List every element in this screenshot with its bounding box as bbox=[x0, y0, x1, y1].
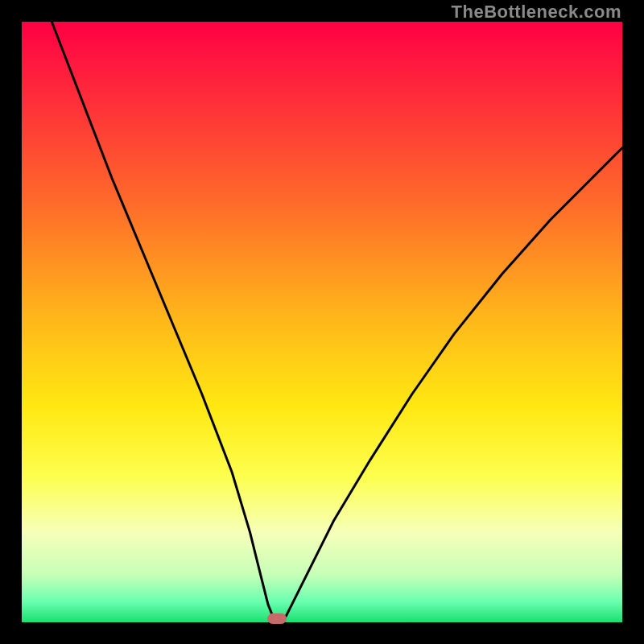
bottleneck-chart bbox=[0, 0, 644, 644]
gradient-background bbox=[22, 22, 622, 622]
chart-frame: TheBottleneck.com bbox=[0, 0, 644, 644]
optimal-marker bbox=[267, 613, 287, 624]
